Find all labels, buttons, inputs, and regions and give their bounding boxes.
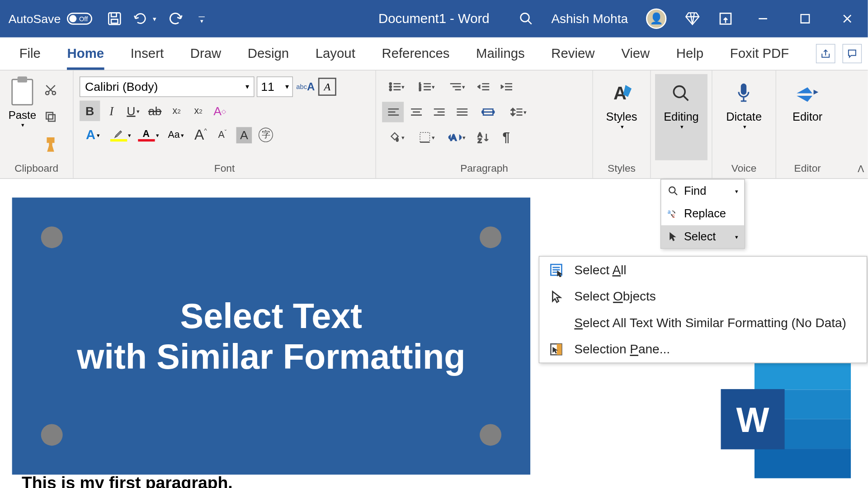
shading-button[interactable]: ▾ bbox=[382, 127, 411, 147]
tab-help[interactable]: Help bbox=[663, 38, 717, 70]
justify-button[interactable] bbox=[451, 102, 472, 122]
decrease-indent-button[interactable] bbox=[472, 76, 494, 97]
select-objects-item[interactable]: Select Objects bbox=[539, 283, 867, 310]
tab-insert[interactable]: Insert bbox=[117, 38, 177, 70]
tab-draw[interactable]: Draw bbox=[177, 38, 234, 70]
select-all-label: Select All bbox=[574, 263, 626, 277]
align-right-button[interactable] bbox=[428, 102, 449, 122]
strikethrough-button[interactable]: ab bbox=[145, 101, 165, 121]
autosave-toggle[interactable]: Off bbox=[67, 13, 92, 25]
share-button[interactable] bbox=[816, 44, 835, 63]
selection-pane-item[interactable]: Selection Pane... bbox=[539, 336, 867, 363]
editing-dropdown-menu: Find ▾ ac Replace Select ▾ bbox=[660, 179, 745, 249]
shrink-font-button[interactable]: Aˇ bbox=[212, 125, 232, 145]
grow-font-button[interactable]: A^ bbox=[190, 125, 211, 145]
group-clipboard: Paste ▾ Clipboard bbox=[0, 70, 74, 178]
subscript-button[interactable]: x2 bbox=[166, 101, 187, 121]
chevron-down-icon: ▾ bbox=[621, 123, 624, 130]
tab-home[interactable]: Home bbox=[54, 38, 117, 70]
diamond-icon[interactable] bbox=[684, 11, 700, 27]
align-center-button[interactable] bbox=[405, 102, 427, 122]
group-editing: Editing ▾ bbox=[651, 70, 712, 178]
phonetic-guide-button[interactable]: abcA bbox=[295, 76, 316, 97]
borders-button[interactable]: ▾ bbox=[412, 127, 441, 147]
tab-references[interactable]: References bbox=[368, 38, 463, 70]
tab-review[interactable]: Review bbox=[538, 38, 608, 70]
word-logo-letter: W bbox=[721, 389, 784, 449]
user-avatar[interactable]: 👤 bbox=[646, 9, 666, 29]
maximize-button[interactable] bbox=[793, 14, 817, 23]
bold-button[interactable]: B bbox=[80, 101, 100, 121]
search-icon bbox=[672, 79, 691, 108]
tab-foxit[interactable]: Foxit PDF bbox=[717, 38, 802, 70]
title-line-2: with Similar Formatting bbox=[77, 336, 465, 376]
paste-label: Paste bbox=[9, 109, 36, 122]
close-button[interactable] bbox=[835, 13, 859, 24]
svg-rect-8 bbox=[48, 115, 55, 122]
line-spacing-button[interactable]: ▾ bbox=[504, 102, 533, 122]
bullets-button[interactable]: ▾ bbox=[382, 76, 411, 97]
save-button[interactable] bbox=[107, 11, 123, 27]
text-effects-button[interactable]: A▾ bbox=[80, 127, 106, 143]
svg-point-14 bbox=[389, 89, 391, 91]
undo-button[interactable]: ▾ bbox=[133, 11, 156, 27]
svg-point-58 bbox=[669, 187, 675, 193]
qat-customize[interactable]: ─▾ bbox=[199, 14, 205, 23]
copy-button[interactable] bbox=[43, 110, 58, 124]
styles-button[interactable]: A Styles ▾ bbox=[598, 74, 646, 160]
autosave-state: Off bbox=[79, 15, 90, 22]
show-marks-button[interactable]: ¶ bbox=[495, 127, 517, 147]
tab-layout[interactable]: Layout bbox=[302, 38, 368, 70]
document-title-box: Select Text with Similar Formatting bbox=[12, 197, 530, 474]
collapse-ribbon-button[interactable]: ᐱ bbox=[858, 163, 864, 174]
find-label: Find bbox=[684, 184, 706, 197]
increase-indent-button[interactable] bbox=[495, 76, 517, 97]
dictate-button[interactable]: Dictate ▾ bbox=[717, 74, 770, 160]
svg-rect-66 bbox=[557, 344, 562, 355]
select-menu-item[interactable]: Select ▾ bbox=[661, 225, 744, 249]
character-border-button[interactable]: A bbox=[318, 78, 336, 96]
comments-button[interactable] bbox=[843, 44, 862, 63]
font-size-select[interactable]: 11▾ bbox=[257, 76, 293, 97]
italic-button[interactable]: I bbox=[101, 101, 122, 121]
cut-button[interactable] bbox=[43, 82, 58, 97]
tab-mailings[interactable]: Mailings bbox=[463, 38, 538, 70]
asian-layout-button[interactable]: A▾ bbox=[442, 127, 471, 147]
font-color-button[interactable]: A▾ bbox=[135, 128, 162, 141]
document-paragraph[interactable]: This is my first paragraph. bbox=[22, 474, 233, 488]
tab-design[interactable]: Design bbox=[234, 38, 302, 70]
clear-formatting-button[interactable]: A◇ bbox=[210, 101, 230, 121]
app-mode-icon[interactable] bbox=[718, 11, 733, 26]
format-painter-button[interactable] bbox=[43, 137, 58, 152]
font-family-select[interactable]: Calibri (Body)▾ bbox=[80, 76, 255, 97]
corner-dot bbox=[41, 424, 63, 446]
redo-button[interactable] bbox=[167, 11, 183, 27]
sort-button[interactable]: AZ bbox=[472, 127, 494, 147]
group-label-styles: Styles bbox=[597, 160, 647, 178]
enclose-characters-button[interactable]: 字 bbox=[255, 125, 276, 145]
change-case-button[interactable]: Aa▾ bbox=[163, 130, 189, 141]
autosave-control[interactable]: AutoSave Off bbox=[0, 12, 100, 26]
minimize-button[interactable] bbox=[751, 13, 775, 24]
editing-label: Editing bbox=[664, 110, 698, 123]
find-menu-item[interactable]: Find ▾ bbox=[661, 179, 744, 202]
multilevel-list-button[interactable]: ▾ bbox=[442, 76, 471, 97]
search-icon[interactable] bbox=[519, 11, 533, 26]
editing-button[interactable]: Editing ▾ bbox=[656, 74, 708, 160]
select-similar-formatting-item[interactable]: Select All Text With Similar Formatting … bbox=[539, 310, 867, 336]
underline-button[interactable]: U▾ bbox=[123, 101, 143, 121]
tab-view[interactable]: View bbox=[608, 38, 663, 70]
character-shading-button[interactable]: A bbox=[234, 125, 254, 145]
numbering-button[interactable]: 123▾ bbox=[412, 76, 441, 97]
select-objects-label: Select Objects bbox=[574, 289, 656, 304]
tab-file[interactable]: File bbox=[6, 38, 54, 70]
distributed-button[interactable] bbox=[474, 102, 503, 122]
replace-menu-item[interactable]: ac Replace bbox=[661, 202, 744, 225]
superscript-button[interactable]: x2 bbox=[188, 101, 208, 121]
editor-button[interactable]: Editor bbox=[784, 74, 830, 160]
select-all-item[interactable]: Select All bbox=[539, 257, 867, 283]
highlight-button[interactable]: ▾ bbox=[107, 128, 134, 141]
align-left-button[interactable] bbox=[382, 102, 404, 122]
group-label-paragraph: Paragraph bbox=[380, 160, 589, 178]
paste-button[interactable]: Paste ▾ bbox=[4, 74, 41, 160]
